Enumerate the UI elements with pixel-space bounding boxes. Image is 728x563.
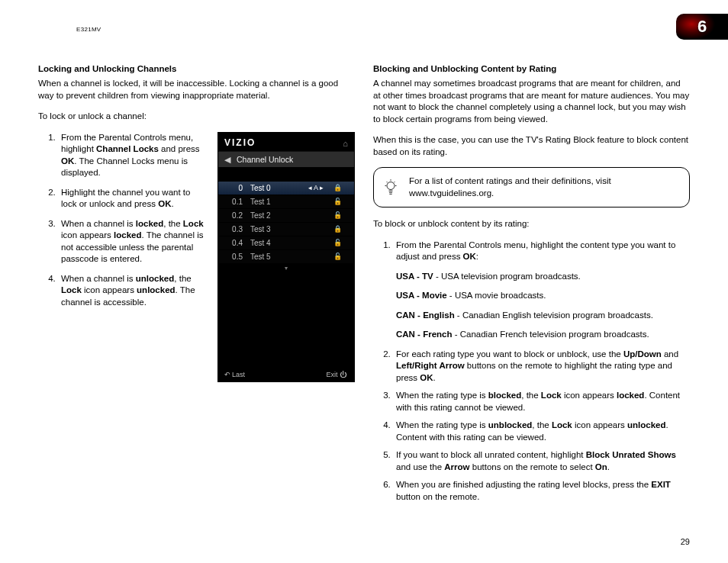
svg-point-0 (387, 182, 395, 189)
channel-name: Test 4 (250, 239, 305, 247)
tip-callout: For a list of content ratings and their … (373, 167, 690, 208)
model-number: E321MV (76, 26, 101, 33)
tv-footer: ↶Last Exit ⏻ (218, 371, 354, 378)
channel-name: Test 2 (250, 211, 305, 220)
left-step-4: When a channel is unlocked, the Lock ico… (58, 273, 208, 309)
lock-icon: 🔒 (327, 225, 348, 233)
tv-screen-title: Channel Unlock (237, 155, 293, 164)
tv-channel-list: 0Test 0◂ A ▸🔒0.1Test 1🔓0.2Test 2🔓0.3Test… (218, 181, 354, 263)
left-step-1: From the Parental Controls menu, highlig… (58, 132, 208, 179)
lock-icon: 🔓 (327, 239, 348, 246)
last-icon: ↶ (224, 371, 230, 378)
tv-spacer (218, 167, 354, 181)
left-column: Locking and Unlocking Channels When a ch… (38, 64, 355, 510)
left-intro: When a channel is locked, it will be ina… (38, 78, 355, 101)
content-types: USA - TV - USA television program broadc… (396, 271, 687, 341)
channel-number: 0 (218, 184, 250, 192)
tv-screenshot: VIZIO ⌂ ◀ Channel Unlock 0Test 0◂ A ▸🔒0.… (217, 132, 355, 382)
page-number: 29 (681, 537, 690, 546)
channel-name: Test 5 (250, 253, 305, 261)
right-column: Blocking and Unblocking Content by Ratin… (373, 64, 690, 510)
channel-row: 0.4Test 4🔓 (218, 236, 354, 249)
right-lead: To block or unblock content by its ratin… (373, 218, 690, 230)
content-type-can-french: CAN - French - Canadian French televisio… (396, 329, 687, 341)
exit-icon: ⏻ (340, 371, 346, 378)
left-step-2: Highlight the channel you want to lock o… (58, 187, 208, 211)
channel-name: Test 0 (250, 184, 305, 192)
left-steps: From the Parental Controls menu, highlig… (38, 132, 208, 309)
channel-row: 0.1Test 1🔓 (218, 195, 354, 208)
channel-name: Test 1 (250, 198, 305, 206)
home-icon: ⌂ (343, 139, 348, 148)
left-body: From the Parental Controls menu, highlig… (38, 132, 355, 382)
right-p1: A channel may sometimes broadcast progra… (373, 78, 690, 125)
right-step-1: From the Parental Controls menu, highlig… (393, 240, 690, 341)
right-step-6: When you are finished adjusting the rati… (393, 479, 690, 503)
right-steps: From the Parental Controls menu, highlig… (373, 240, 690, 503)
lock-icon: 🔓 (327, 253, 348, 260)
more-indicator-icon: ▾ (218, 263, 354, 272)
left-step-3: When a channel is locked, the Lock icon … (58, 218, 208, 265)
lock-icon: 🔓 (327, 211, 348, 219)
right-p2: When this is the case, you can use the T… (373, 134, 690, 158)
right-heading: Blocking and Unblocking Content by Ratin… (373, 64, 690, 73)
content-type-usa-movie: USA - Movie - USA movie broadcasts. (396, 290, 687, 302)
lock-icon: 🔒 (327, 184, 348, 191)
footer-last: ↶Last (224, 371, 245, 378)
channel-number: 0.1 (218, 198, 250, 206)
channel-row: 0.3Test 3🔒 (218, 222, 354, 236)
lightbulb-icon (383, 179, 398, 197)
channel-row: 0.5Test 5🔓 (218, 249, 354, 263)
right-step-4: When the rating type is unblocked, the L… (393, 420, 690, 443)
channel-name: Test 3 (250, 225, 305, 233)
lock-icon: 🔓 (327, 198, 348, 205)
footer-exit: Exit ⏻ (326, 371, 348, 378)
content-columns: Locking and Unlocking Channels When a ch… (38, 21, 690, 510)
right-step-2: For each rating type you want to block o… (393, 349, 690, 384)
channel-row: 0Test 0◂ A ▸🔒 (218, 181, 354, 195)
nav-indicator-icon: ◂ A ▸ (305, 184, 327, 191)
right-step-5: If you want to block all unrated content… (393, 449, 690, 473)
channel-row: 0.2Test 2🔓 (218, 208, 354, 222)
content-type-can-english: CAN - English - Canadian English televis… (396, 310, 687, 322)
callout-text: For a list of content ratings and their … (409, 176, 611, 198)
manual-page: E321MV 6 Locking and Unlocking Channels … (0, 0, 728, 563)
back-arrow-icon: ◀ (224, 155, 230, 164)
left-lead: To lock or unlock a channel: (38, 111, 355, 123)
chapter-tab: 6 (676, 14, 728, 40)
channel-number: 0.5 (218, 253, 250, 261)
chapter-number: 6 (697, 17, 707, 37)
tv-brand: VIZIO (218, 133, 354, 151)
right-step-3: When the rating type is blocked, the Loc… (393, 390, 690, 413)
channel-number: 0.3 (218, 225, 250, 233)
left-steps-wrap: From the Parental Controls menu, highlig… (38, 132, 208, 382)
tv-sub-header: ◀ Channel Unlock (218, 151, 354, 167)
svg-line-4 (387, 182, 388, 182)
content-type-usa-tv: USA - TV - USA television program broadc… (396, 271, 687, 283)
channel-number: 0.4 (218, 239, 250, 247)
svg-line-5 (394, 182, 395, 182)
left-heading: Locking and Unlocking Channels (38, 64, 355, 73)
channel-number: 0.2 (218, 211, 250, 220)
